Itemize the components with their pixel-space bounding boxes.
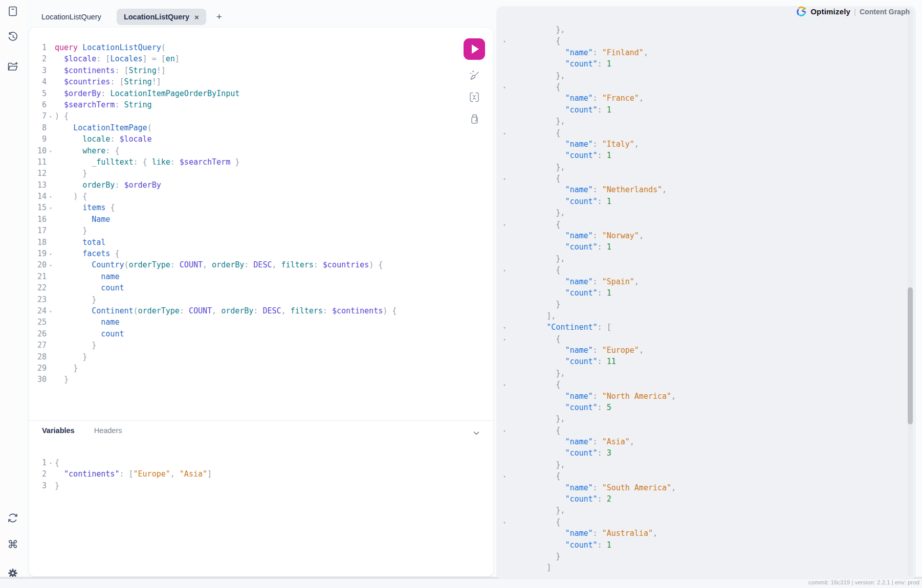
response-line: "count": 2 [499, 493, 676, 505]
tab-locationlistquery-active[interactable]: LocationListQuery × [117, 9, 206, 25]
refresh-icon[interactable] [7, 512, 19, 524]
response-line: "count": 11 [499, 356, 676, 367]
response-line: } [499, 551, 676, 562]
query-line: 25 name [34, 316, 397, 328]
response-line: "name": "Asia", [499, 436, 676, 447]
response-line: "name": "Spain", [499, 276, 676, 287]
query-line: 16 Name [34, 214, 397, 225]
run-play-icon [472, 44, 479, 54]
query-line: 13 orderBy: $orderBy [34, 179, 397, 191]
line-number: 25 [34, 316, 47, 328]
tab-locationlistquery-inactive[interactable]: LocationListQuery [34, 9, 108, 25]
fold-arrow-icon[interactable]: ▾ [47, 260, 55, 271]
fold-arrow-icon[interactable]: ▾ [499, 219, 510, 231]
fold-arrow-icon[interactable]: ▾ [47, 146, 55, 157]
response-line: "count": 1 [499, 58, 676, 70]
fold-arrow-icon[interactable]: ▾ [499, 425, 510, 437]
line-number: 21 [34, 271, 47, 282]
line-number: 24 [34, 305, 47, 316]
prettify-icon[interactable] [468, 69, 481, 82]
response-line: "name": "Norway", [499, 230, 676, 241]
response-line: "count": 5 [499, 402, 676, 413]
response-scrollbar-thumb[interactable] [908, 287, 913, 424]
query-editor-panel: 1query LocationListQuery(2 $locale: [Loc… [29, 28, 493, 576]
query-line: 28 } [34, 351, 397, 363]
query-line: 7▾) { [34, 110, 397, 122]
response-line: "count": 1 [499, 150, 676, 161]
query-line: 20▾ Country(orderType: COUNT, orderBy: D… [34, 259, 397, 270]
variables-line: 1▾{ [34, 457, 212, 468]
optimizely-mark-icon [796, 6, 807, 17]
line-number: 22 [34, 282, 47, 293]
execute-query-button[interactable] [464, 38, 485, 60]
response-line: ▾ { [499, 379, 676, 390]
response-line: ▾ { [499, 333, 676, 345]
open-folder-icon[interactable] [7, 60, 19, 73]
docs-icon[interactable] [7, 5, 19, 17]
fold-arrow-icon[interactable]: ▾ [47, 111, 55, 122]
variables-tabs: Variables Headers [42, 426, 122, 435]
collapse-variables-chevron-icon[interactable] [472, 428, 481, 438]
response-line: "name": "North America", [499, 391, 676, 402]
line-number: 30 [34, 374, 47, 385]
query-line: 8 LocationItemPage( [34, 122, 397, 133]
response-line: "name": "Italy", [499, 139, 676, 150]
close-tab-icon[interactable]: × [194, 13, 199, 21]
fold-arrow-icon[interactable]: ▾ [499, 334, 510, 345]
tab-variables[interactable]: Variables [42, 426, 75, 435]
fold-arrow-icon[interactable]: ▾ [499, 265, 510, 276]
line-number: 18 [34, 237, 47, 248]
response-line: "name": "Europe", [499, 345, 676, 356]
variables-editor[interactable]: 1▾{2 "continents": ["Europe", "Asia"]3} [34, 457, 212, 491]
fold-arrow-icon[interactable]: ▾ [47, 191, 55, 202]
line-number: 12 [34, 168, 47, 179]
response-line: } [499, 299, 676, 310]
fold-arrow-icon[interactable]: ▾ [47, 458, 55, 469]
response-viewer: },▾ { "name": "Finland", "count": 1 },▾ … [499, 24, 676, 574]
query-line: 22 count [34, 282, 397, 293]
response-line: "name": "Netherlands", [499, 184, 676, 195]
response-line: "name": "France", [499, 93, 676, 104]
tab-headers[interactable]: Headers [94, 426, 122, 435]
line-number: 19 [34, 248, 47, 259]
tab-bar: LocationListQuery LocationListQuery × + [29, 6, 225, 28]
line-number: 11 [34, 156, 47, 168]
query-line: 11 _fulltext: { like: $searchTerm } [34, 156, 397, 168]
fold-arrow-icon[interactable]: ▾ [499, 322, 510, 333]
response-line: "name": "Australia", [499, 528, 676, 539]
fold-arrow-icon[interactable]: ▾ [499, 379, 510, 391]
fold-arrow-icon[interactable]: ▾ [499, 128, 510, 139]
line-number: 9 [34, 133, 47, 145]
add-tab-button[interactable]: + [213, 10, 225, 24]
fold-arrow-icon[interactable]: ▾ [499, 471, 510, 482]
fold-arrow-icon[interactable]: ▾ [47, 248, 55, 260]
response-line: ▾ { [499, 219, 676, 230]
fold-arrow-icon[interactable]: ▾ [47, 306, 55, 317]
fold-arrow-icon[interactable]: ▾ [499, 173, 510, 185]
brand-name: Optimizely [810, 7, 850, 16]
merge-fragments-icon[interactable] [468, 91, 481, 104]
response-line: ▾ { [499, 425, 676, 436]
sidebar: ⌘ [0, 0, 26, 588]
query-line: 14▾ ) { [34, 191, 397, 202]
response-line: }, [499, 207, 676, 218]
query-line: 27 } [34, 340, 397, 351]
history-icon[interactable] [7, 31, 19, 43]
command-icon[interactable]: ⌘ [7, 538, 19, 551]
query-line: 2 $locale: [Locales] = [en] [34, 53, 397, 64]
query-line: 5 $orderBy: LocationItemPageOrderByInput [34, 88, 397, 99]
fold-arrow-icon[interactable]: ▾ [499, 82, 510, 93]
copy-icon[interactable] [468, 112, 481, 126]
query-editor[interactable]: 1query LocationListQuery(2 $locale: [Loc… [34, 42, 397, 386]
line-number: 28 [34, 351, 47, 363]
fold-arrow-icon[interactable]: ▾ [47, 202, 55, 214]
response-line: ▾ "Continent": [ [499, 322, 676, 333]
line-number: 3 [34, 65, 47, 76]
fold-arrow-icon[interactable]: ▾ [499, 36, 510, 47]
response-line: }, [499, 368, 676, 379]
response-line: ▾ { [499, 264, 676, 276]
response-line: ▾ { [499, 470, 676, 482]
response-line: "name": "South America", [499, 482, 676, 493]
fold-arrow-icon[interactable]: ▾ [499, 517, 510, 528]
response-line: ], [499, 310, 676, 322]
